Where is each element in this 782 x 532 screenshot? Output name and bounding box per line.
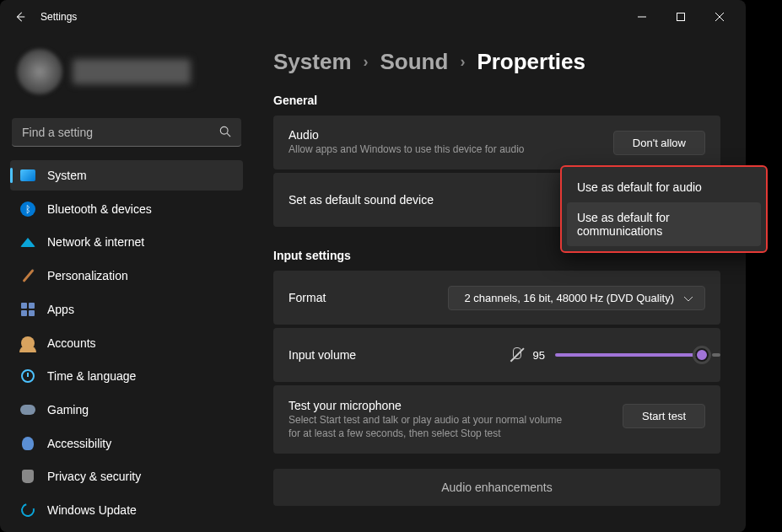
svg-point-1	[220, 126, 228, 134]
sidebar-item-personalization[interactable]: Personalization	[10, 261, 243, 291]
sidebar: System ᛒ Bluetooth & devices Network & i…	[0, 34, 253, 532]
slider-thumb[interactable]	[695, 348, 709, 362]
svg-rect-0	[677, 13, 685, 21]
sidebar-item-update[interactable]: Windows Update	[10, 495, 243, 525]
window-title: Settings	[40, 11, 77, 23]
dont-allow-button[interactable]: Don't allow	[613, 131, 705, 155]
avatar	[17, 49, 62, 94]
card-subtitle: Allow apps and Windows to use this devic…	[289, 143, 613, 157]
sidebar-item-label: Windows Update	[47, 503, 137, 517]
sidebar-item-label: Accessibility	[47, 437, 111, 450]
card-title: Audio	[289, 128, 613, 142]
section-general: General	[273, 94, 720, 107]
brush-icon	[20, 268, 35, 283]
maximize-button[interactable]	[661, 3, 700, 30]
wifi-icon	[20, 234, 35, 250]
clock-icon	[20, 368, 35, 384]
update-icon	[20, 502, 35, 518]
volume-slider[interactable]	[555, 353, 705, 357]
sidebar-item-accessibility[interactable]: Accessibility	[10, 428, 243, 459]
arrow-left-icon	[14, 11, 26, 23]
gamepad-icon	[20, 402, 35, 417]
sidebar-item-label: Network & internet	[47, 235, 144, 249]
back-button[interactable]	[7, 3, 34, 30]
card-title: Audio enhancements	[289, 481, 705, 494]
menu-default-audio[interactable]: Use as default for audio	[567, 172, 761, 202]
card-audio: Audio Allow apps and Windows to use this…	[273, 116, 720, 169]
sidebar-item-label: Bluetooth & devices	[47, 202, 152, 216]
sidebar-item-time[interactable]: Time & language	[10, 361, 243, 391]
breadcrumb-system[interactable]: System	[273, 49, 352, 75]
sidebar-item-label: Privacy & security	[47, 470, 141, 483]
sidebar-item-apps[interactable]: Apps	[10, 294, 243, 325]
mic-muted-icon[interactable]	[510, 347, 523, 363]
card-title: Input volume	[289, 348, 510, 362]
sidebar-item-bluetooth[interactable]: ᛒ Bluetooth & devices	[10, 194, 243, 224]
sidebar-item-label: Personalization	[47, 269, 128, 282]
card-title: Format	[289, 291, 448, 304]
sidebar-item-label: Gaming	[47, 403, 89, 416]
sidebar-item-privacy[interactable]: Privacy & security	[10, 462, 243, 492]
sidebar-item-label: Accounts	[47, 336, 96, 350]
accessibility-icon	[20, 436, 35, 451]
card-input-volume: Input volume 95	[273, 328, 720, 382]
sidebar-item-label: Apps	[47, 303, 74, 316]
chevron-right-icon: ›	[364, 53, 369, 71]
close-button[interactable]	[700, 3, 739, 30]
menu-default-communications[interactable]: Use as default for communications	[567, 202, 761, 246]
card-audio-enhancements[interactable]: Audio enhancements	[273, 469, 720, 506]
apps-icon	[20, 302, 35, 317]
profile-name	[73, 59, 191, 84]
format-value: 2 channels, 16 bit, 48000 Hz (DVD Qualit…	[464, 292, 674, 304]
card-format: Format 2 channels, 16 bit, 48000 Hz (DVD…	[273, 271, 720, 325]
card-title: Test your microphone	[289, 399, 623, 412]
volume-value: 95	[533, 349, 545, 362]
sidebar-item-gaming[interactable]: Gaming	[10, 395, 243, 425]
profile-block[interactable]	[10, 40, 243, 110]
sidebar-item-accounts[interactable]: Accounts	[10, 328, 243, 358]
shield-icon	[20, 469, 35, 484]
chevron-down-icon	[684, 292, 693, 304]
sidebar-item-network[interactable]: Network & internet	[10, 227, 243, 257]
card-test-mic: Test your microphone Select Start test a…	[273, 385, 720, 454]
minimize-button[interactable]	[623, 3, 661, 30]
search-icon	[219, 126, 231, 140]
titlebar: Settings	[0, 0, 746, 34]
search-input[interactable]	[12, 118, 241, 147]
format-dropdown[interactable]: 2 channels, 16 bit, 48000 Hz (DVD Qualit…	[448, 286, 705, 310]
breadcrumb-current: Properties	[477, 49, 585, 75]
start-test-button[interactable]: Start test	[623, 404, 705, 428]
system-icon	[20, 168, 35, 183]
sidebar-item-system[interactable]: System	[10, 160, 243, 191]
bluetooth-icon: ᛒ	[20, 202, 35, 217]
person-icon	[20, 336, 35, 351]
breadcrumb-sound[interactable]: Sound	[380, 49, 449, 75]
sidebar-item-label: Time & language	[47, 369, 136, 383]
sidebar-item-label: System	[47, 169, 87, 182]
breadcrumb: System › Sound › Properties	[273, 49, 720, 75]
default-device-menu: Use as default for audio Use as default …	[560, 165, 768, 253]
chevron-right-icon: ›	[460, 53, 465, 71]
slider-track-remaining	[712, 353, 720, 357]
content-pane: System › Sound › Properties General Audi…	[253, 34, 746, 532]
card-subtitle: Select Start test and talk or play audio…	[289, 414, 575, 440]
